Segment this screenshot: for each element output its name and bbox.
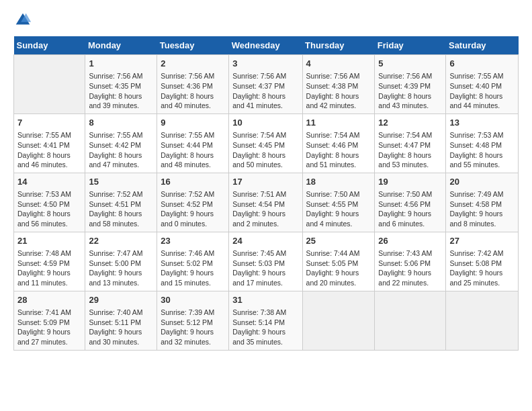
day-info: Sunrise: 7:40 AMSunset: 5:11 PMDaylight:… bbox=[89, 308, 153, 347]
day-number: 3 bbox=[232, 58, 298, 70]
calendar-cell: 27Sunrise: 7:42 AMSunset: 5:08 PMDayligh… bbox=[446, 232, 519, 291]
day-number: 10 bbox=[232, 117, 298, 129]
day-number: 7 bbox=[17, 117, 81, 129]
calendar-cell: 15Sunrise: 7:52 AMSunset: 4:51 PMDayligh… bbox=[85, 173, 157, 232]
week-row-1: 7Sunrise: 7:55 AMSunset: 4:41 PMDaylight… bbox=[14, 113, 519, 173]
day-number: 4 bbox=[306, 58, 371, 70]
day-info: Sunrise: 7:55 AMSunset: 4:41 PMDaylight:… bbox=[17, 130, 81, 170]
calendar-cell: 21Sunrise: 7:48 AMSunset: 4:59 PMDayligh… bbox=[14, 232, 85, 291]
day-number: 30 bbox=[161, 294, 225, 306]
calendar-cell: 1Sunrise: 7:56 AMSunset: 4:35 PMDaylight… bbox=[85, 55, 157, 114]
calendar-cell: 14Sunrise: 7:53 AMSunset: 4:50 PMDayligh… bbox=[14, 173, 85, 232]
calendar-cell: 12Sunrise: 7:54 AMSunset: 4:47 PMDayligh… bbox=[375, 113, 446, 173]
day-info: Sunrise: 7:52 AMSunset: 4:52 PMDaylight:… bbox=[161, 189, 225, 229]
week-row-4: 28Sunrise: 7:41 AMSunset: 5:09 PMDayligh… bbox=[14, 291, 519, 350]
day-info: Sunrise: 7:55 AMSunset: 4:42 PMDaylight:… bbox=[89, 130, 153, 170]
header-thursday: Thursday bbox=[302, 36, 375, 55]
calendar-cell: 26Sunrise: 7:43 AMSunset: 5:06 PMDayligh… bbox=[375, 232, 446, 291]
calendar-cell: 24Sunrise: 7:45 AMSunset: 5:03 PMDayligh… bbox=[229, 232, 302, 291]
day-info: Sunrise: 7:56 AMSunset: 4:39 PMDaylight:… bbox=[378, 71, 442, 111]
calendar-cell: 31Sunrise: 7:38 AMSunset: 5:14 PMDayligh… bbox=[229, 291, 302, 350]
header-monday: Monday bbox=[85, 36, 157, 55]
day-info: Sunrise: 7:51 AMSunset: 4:54 PMDaylight:… bbox=[232, 189, 298, 229]
calendar-cell: 2Sunrise: 7:56 AMSunset: 4:36 PMDaylight… bbox=[157, 55, 229, 114]
day-number: 15 bbox=[89, 176, 153, 188]
day-info: Sunrise: 7:55 AMSunset: 4:44 PMDaylight:… bbox=[161, 130, 225, 170]
day-number: 19 bbox=[378, 176, 442, 188]
calendar-cell: 30Sunrise: 7:39 AMSunset: 5:12 PMDayligh… bbox=[157, 291, 229, 350]
calendar-cell: 23Sunrise: 7:46 AMSunset: 5:02 PMDayligh… bbox=[157, 232, 229, 291]
calendar-cell: 3Sunrise: 7:56 AMSunset: 4:37 PMDaylight… bbox=[229, 55, 302, 114]
day-number: 1 bbox=[89, 58, 153, 70]
day-number: 16 bbox=[161, 176, 225, 188]
header-saturday: Saturday bbox=[446, 36, 519, 55]
day-info: Sunrise: 7:53 AMSunset: 4:50 PMDaylight:… bbox=[17, 189, 81, 229]
day-info: Sunrise: 7:56 AMSunset: 4:35 PMDaylight:… bbox=[89, 71, 153, 111]
day-info: Sunrise: 7:54 AMSunset: 4:47 PMDaylight:… bbox=[378, 130, 442, 170]
calendar-cell: 6Sunrise: 7:55 AMSunset: 4:40 PMDaylight… bbox=[446, 55, 519, 114]
day-number: 9 bbox=[161, 117, 225, 129]
day-info: Sunrise: 7:52 AMSunset: 4:51 PMDaylight:… bbox=[89, 189, 153, 229]
day-number: 20 bbox=[449, 176, 515, 188]
day-number: 11 bbox=[306, 117, 371, 129]
day-number: 25 bbox=[306, 235, 371, 247]
header-wednesday: Wednesday bbox=[229, 36, 302, 55]
calendar-cell: 13Sunrise: 7:53 AMSunset: 4:48 PMDayligh… bbox=[446, 113, 519, 173]
day-number: 6 bbox=[449, 58, 515, 70]
day-number: 14 bbox=[17, 176, 81, 188]
calendar-cell: 28Sunrise: 7:41 AMSunset: 5:09 PMDayligh… bbox=[14, 291, 85, 350]
day-info: Sunrise: 7:56 AMSunset: 4:38 PMDaylight:… bbox=[306, 71, 371, 111]
day-number: 27 bbox=[449, 235, 515, 247]
calendar-cell: 25Sunrise: 7:44 AMSunset: 5:05 PMDayligh… bbox=[302, 232, 375, 291]
day-info: Sunrise: 7:42 AMSunset: 5:08 PMDaylight:… bbox=[449, 248, 515, 288]
day-number: 23 bbox=[161, 235, 225, 247]
day-info: Sunrise: 7:56 AMSunset: 4:37 PMDaylight:… bbox=[232, 71, 298, 111]
day-info: Sunrise: 7:48 AMSunset: 4:59 PMDaylight:… bbox=[17, 248, 81, 288]
day-info: Sunrise: 7:49 AMSunset: 4:58 PMDaylight:… bbox=[449, 189, 515, 229]
day-number: 2 bbox=[161, 58, 225, 70]
calendar-cell: 20Sunrise: 7:49 AMSunset: 4:58 PMDayligh… bbox=[446, 173, 519, 232]
day-number: 8 bbox=[89, 117, 153, 129]
day-number: 5 bbox=[378, 58, 442, 70]
page-container: SundayMondayTuesdayWednesdayThursdayFrid… bbox=[0, 0, 532, 357]
header-sunday: Sunday bbox=[14, 36, 85, 55]
calendar-cell: 16Sunrise: 7:52 AMSunset: 4:52 PMDayligh… bbox=[157, 173, 229, 232]
day-number: 24 bbox=[232, 235, 298, 247]
calendar-cell bbox=[302, 291, 375, 350]
day-info: Sunrise: 7:54 AMSunset: 4:46 PMDaylight:… bbox=[306, 130, 371, 170]
day-info: Sunrise: 7:41 AMSunset: 5:09 PMDaylight:… bbox=[17, 308, 81, 347]
day-number: 17 bbox=[232, 176, 298, 188]
logo bbox=[13, 11, 35, 30]
day-info: Sunrise: 7:43 AMSunset: 5:06 PMDaylight:… bbox=[378, 248, 442, 288]
day-number: 21 bbox=[17, 235, 81, 247]
calendar-cell: 7Sunrise: 7:55 AMSunset: 4:41 PMDaylight… bbox=[14, 113, 85, 173]
day-info: Sunrise: 7:47 AMSunset: 5:00 PMDaylight:… bbox=[89, 248, 153, 288]
header-tuesday: Tuesday bbox=[157, 36, 229, 55]
day-info: Sunrise: 7:55 AMSunset: 4:40 PMDaylight:… bbox=[449, 71, 515, 111]
calendar-cell: 19Sunrise: 7:50 AMSunset: 4:56 PMDayligh… bbox=[375, 173, 446, 232]
day-info: Sunrise: 7:38 AMSunset: 5:14 PMDaylight:… bbox=[232, 308, 298, 347]
day-info: Sunrise: 7:44 AMSunset: 5:05 PMDaylight:… bbox=[306, 248, 371, 288]
day-info: Sunrise: 7:46 AMSunset: 5:02 PMDaylight:… bbox=[161, 248, 225, 288]
logo-icon bbox=[13, 11, 32, 30]
calendar-cell: 22Sunrise: 7:47 AMSunset: 5:00 PMDayligh… bbox=[85, 232, 157, 291]
calendar-cell: 8Sunrise: 7:55 AMSunset: 4:42 PMDaylight… bbox=[85, 113, 157, 173]
day-info: Sunrise: 7:45 AMSunset: 5:03 PMDaylight:… bbox=[232, 248, 298, 288]
day-info: Sunrise: 7:39 AMSunset: 5:12 PMDaylight:… bbox=[161, 308, 225, 347]
day-number: 31 bbox=[232, 294, 298, 306]
calendar-cell: 11Sunrise: 7:54 AMSunset: 4:46 PMDayligh… bbox=[302, 113, 375, 173]
day-number: 29 bbox=[89, 294, 153, 306]
calendar-cell bbox=[446, 291, 519, 350]
calendar-cell: 10Sunrise: 7:54 AMSunset: 4:45 PMDayligh… bbox=[229, 113, 302, 173]
week-row-0: 1Sunrise: 7:56 AMSunset: 4:35 PMDaylight… bbox=[14, 55, 519, 114]
day-number: 28 bbox=[17, 294, 81, 306]
calendar-cell: 5Sunrise: 7:56 AMSunset: 4:39 PMDaylight… bbox=[375, 55, 446, 114]
day-number: 12 bbox=[378, 117, 442, 129]
day-number: 13 bbox=[449, 117, 515, 129]
header-friday: Friday bbox=[375, 36, 446, 55]
day-info: Sunrise: 7:50 AMSunset: 4:55 PMDaylight:… bbox=[306, 189, 371, 229]
week-row-3: 21Sunrise: 7:48 AMSunset: 4:59 PMDayligh… bbox=[14, 232, 519, 291]
day-info: Sunrise: 7:56 AMSunset: 4:36 PMDaylight:… bbox=[161, 71, 225, 111]
day-number: 22 bbox=[89, 235, 153, 247]
calendar-cell bbox=[14, 55, 85, 114]
